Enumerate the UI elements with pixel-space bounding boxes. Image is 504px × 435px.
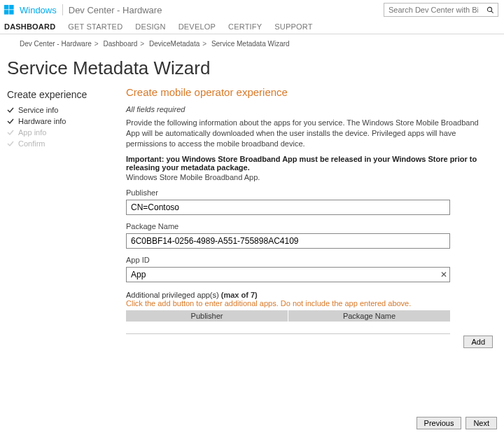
step-service-info[interactable]: Service info (7, 104, 126, 116)
sidebar-title: Create experience (7, 89, 126, 100)
nav-dashboard[interactable]: DASHBOARD (4, 22, 55, 31)
crumb-current: Service Metadata Wizard (211, 40, 290, 48)
search-input[interactable] (384, 4, 482, 15)
crumb[interactable]: Dashboard (103, 40, 137, 48)
check-icon (7, 140, 14, 147)
search-box[interactable] (384, 3, 498, 17)
step-label: Hardware info (18, 117, 66, 125)
step-label: Confirm (18, 139, 46, 148)
step-confirm[interactable]: Confirm (7, 138, 126, 149)
appid-label: App ID (126, 256, 493, 264)
check-icon (7, 118, 14, 125)
step-app-info[interactable]: App info (7, 127, 126, 138)
header-divider (62, 4, 63, 15)
col-package: Package Name (288, 310, 450, 322)
check-icon (7, 106, 14, 113)
search-icon[interactable] (482, 3, 498, 17)
add-button[interactable]: Add (463, 336, 493, 348)
crumb[interactable]: Dev Center - Hardware (20, 40, 92, 48)
nav-support[interactable]: SUPPORT (274, 22, 312, 31)
additional-max: (max of 7) (221, 291, 258, 299)
nav-design[interactable]: DESIGN (135, 22, 165, 31)
svg-point-4 (487, 7, 491, 11)
additional-apps-table: Publisher Package Name (126, 310, 450, 334)
previous-button[interactable]: Previous (416, 417, 462, 429)
subline: Windows Store Mobile Broadband App. (126, 173, 493, 181)
svg-rect-1 (9, 5, 13, 9)
check-icon (7, 129, 14, 136)
page-title: Service Metadata Wizard (0, 48, 504, 86)
step-label: Service info (18, 106, 58, 114)
publisher-input[interactable] (126, 200, 450, 215)
svg-rect-3 (9, 10, 13, 14)
crumb[interactable]: DeviceMetadata (149, 40, 200, 48)
additional-label: Additional privileged app(s) (126, 291, 221, 299)
breadcrumb: Dev Center - Hardware> Dashboard> Device… (0, 34, 504, 48)
col-publisher: Publisher (126, 310, 288, 322)
nav-develop[interactable]: DEVELOP (178, 22, 216, 31)
package-label: Package Name (126, 222, 493, 230)
brand-label[interactable]: Windows (20, 5, 57, 15)
section-title: Create mobile operator experience (126, 86, 493, 98)
step-label: App info (18, 128, 46, 137)
table-row (126, 322, 450, 334)
package-input[interactable] (126, 233, 450, 249)
sidebar: Create experience Service info Hardware … (7, 86, 126, 348)
publisher-label: Publisher (126, 188, 493, 197)
nav-get-started[interactable]: GET STARTED (68, 22, 122, 31)
portal-label[interactable]: Dev Center - Hardware (69, 5, 162, 15)
next-button[interactable]: Next (465, 417, 497, 429)
windows-logo-icon (4, 5, 14, 15)
clear-icon[interactable]: ✕ (440, 267, 447, 282)
nav-certify[interactable]: CERTIFY (228, 22, 262, 31)
top-nav: DASHBOARD GET STARTED DESIGN DEVELOP CER… (0, 18, 504, 34)
svg-line-5 (491, 11, 493, 13)
section-description: Provide the following information about … (126, 118, 493, 149)
svg-rect-0 (4, 5, 8, 9)
required-note: All fields required (126, 105, 493, 113)
step-hardware-info[interactable]: Hardware info (7, 116, 126, 127)
important-note: Important: you Windows Store Broadband A… (126, 155, 493, 172)
svg-rect-2 (4, 10, 8, 14)
additional-hint: Click the add button to enter additional… (126, 299, 411, 308)
appid-input[interactable] (126, 267, 450, 282)
